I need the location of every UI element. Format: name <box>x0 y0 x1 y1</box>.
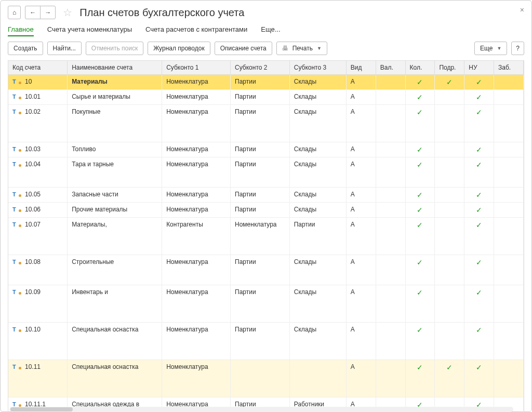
col-header-name[interactable]: Наименование счета <box>68 61 162 75</box>
col-header-val[interactable]: Вал. <box>376 61 405 75</box>
account-type-icon: T <box>12 221 20 228</box>
cell-sub2: Партии <box>231 157 290 188</box>
cell-sub2: Партии <box>231 255 290 285</box>
table-row[interactable]: T10.09Инвентарь иНоменклатураПартииСклад… <box>8 285 524 323</box>
col-header-vid[interactable]: Вид <box>346 61 376 75</box>
col-header-sub2[interactable]: Субконто 2 <box>231 61 290 75</box>
check-icon: ✓ <box>410 108 431 116</box>
table-row[interactable]: T10.04Тара и тарныеНоменклатураПартииСкл… <box>8 157 524 188</box>
cell-vid: А <box>346 157 376 188</box>
check-icon: ✓ <box>410 93 431 101</box>
printer-icon <box>282 44 290 52</box>
check-icon: ✓ <box>410 191 431 199</box>
cell-podr <box>435 188 464 203</box>
account-type-icon: T <box>12 94 20 100</box>
table-row[interactable]: T10.03ТопливоНоменклатураПартииСкладыА✓✓ <box>8 142 524 157</box>
cell-sub2: Партии <box>231 75 290 90</box>
cell-val <box>376 203 405 218</box>
cell-val <box>376 105 405 142</box>
table-row[interactable]: T10МатериалыНоменклатураПартииСкладыА✓✓✓ <box>8 75 524 90</box>
home-button[interactable]: ⌂ <box>8 6 21 19</box>
menu-contractors[interactable]: Счета расчетов с контрагентами <box>145 25 247 36</box>
table-row[interactable]: T10.01Сырье и материалыНоменклатураПарти… <box>8 90 524 105</box>
description-button[interactable]: Описание счета <box>215 42 272 55</box>
table-row[interactable]: T10.08СтроительныеНоменклатураПартииСкла… <box>8 255 524 285</box>
accounts-table-wrap: Код счета Наименование счета Субконто 1 … <box>8 60 524 412</box>
cell-kol: ✓ <box>405 90 435 105</box>
horizontal-scrollbar[interactable] <box>9 407 513 412</box>
account-code: 10.03 <box>25 145 41 153</box>
cell-sub3: Склады <box>289 255 346 285</box>
table-row[interactable]: T10.02ПокупныеНоменклатураПартииСкладыА✓… <box>8 105 524 142</box>
cell-kol: ✓ <box>405 285 435 323</box>
cell-zab <box>494 255 524 285</box>
account-type-icon: T <box>12 206 20 212</box>
cell-zab <box>494 142 524 157</box>
col-header-zab[interactable]: Заб. <box>494 61 524 75</box>
print-button[interactable]: Печать ▼ <box>276 42 327 55</box>
account-type-icon: T <box>12 259 20 265</box>
arrow-left-icon: ← <box>30 8 36 17</box>
check-icon: ✓ <box>410 326 431 334</box>
table-row[interactable]: T10.07Материалы,КонтрагентыНоменклатураП… <box>8 218 524 255</box>
toolbar: Создать Найти... Отменить поиск Журнал п… <box>8 42 524 60</box>
cell-code: T10 <box>8 75 68 90</box>
cell-code: T10.05 <box>8 188 68 203</box>
create-button[interactable]: Создать <box>8 42 43 55</box>
col-header-sub3[interactable]: Субконто 3 <box>289 61 346 75</box>
forward-button[interactable]: → <box>40 6 56 19</box>
chevron-down-icon: ▼ <box>317 44 322 52</box>
find-button[interactable]: Найти... <box>47 42 82 55</box>
cell-kol: ✓ <box>405 188 435 203</box>
col-header-podr[interactable]: Подр. <box>435 61 464 75</box>
cell-vid: А <box>346 360 376 397</box>
menubar: Главное Счета учета номенклатуры Счета р… <box>8 22 524 42</box>
check-icon: ✓ <box>410 363 431 371</box>
cell-podr <box>435 323 464 360</box>
cell-sub1: Номенклатура <box>162 90 231 105</box>
cell-kol: ✓ <box>405 323 435 360</box>
cell-podr <box>435 285 464 323</box>
page-title: План счетов бухгалтерского учета <box>79 7 244 19</box>
cell-podr <box>435 203 464 218</box>
cell-sub1: Номенклатура <box>162 75 231 90</box>
col-header-kol[interactable]: Кол. <box>405 61 435 75</box>
check-icon: ✓ <box>469 78 489 86</box>
cell-podr <box>435 90 464 105</box>
account-code: 10.08 <box>25 258 41 265</box>
cell-name: Тара и тарные <box>68 157 162 188</box>
col-header-sub1[interactable]: Субконто 1 <box>162 61 231 75</box>
table-row[interactable]: T10.11Специальная оснасткаНоменклатураА✓… <box>8 360 524 397</box>
check-icon: ✓ <box>410 206 431 214</box>
check-icon: ✓ <box>469 258 489 267</box>
cell-zab <box>494 105 524 142</box>
cell-val <box>376 255 405 285</box>
favorite-star-icon[interactable]: ☆ <box>63 6 72 19</box>
cell-zab <box>494 203 524 218</box>
back-button[interactable]: ← <box>25 6 41 19</box>
journal-button[interactable]: Журнал проводок <box>148 42 210 55</box>
cell-nu: ✓ <box>464 218 494 255</box>
account-code: 10.10 <box>25 326 41 333</box>
col-header-code[interactable]: Код счета <box>8 61 68 75</box>
menu-more[interactable]: Еще... <box>261 25 280 36</box>
cell-zab <box>494 75 524 90</box>
cell-podr <box>435 255 464 285</box>
help-button[interactable]: ? <box>511 42 524 55</box>
menu-main[interactable]: Главное <box>8 25 34 36</box>
menu-nomenclature[interactable]: Счета учета номенклатуры <box>47 25 132 36</box>
cell-kol: ✓ <box>405 360 435 397</box>
table-row[interactable]: T10.05Запасные частиНоменклатураПартииСк… <box>8 188 524 203</box>
cell-nu: ✓ <box>464 323 494 360</box>
scrollbar-thumb[interactable] <box>10 407 73 411</box>
close-button[interactable]: × <box>520 6 524 14</box>
table-row[interactable]: T10.06Прочие материалыНоменклатураПартии… <box>8 203 524 218</box>
cell-val <box>376 360 405 397</box>
check-icon: ✓ <box>410 78 431 86</box>
cell-code: T10.08 <box>8 255 68 285</box>
check-icon: ✓ <box>410 258 431 267</box>
table-row[interactable]: T10.10Специальная оснасткаНоменклатураПа… <box>8 323 524 360</box>
col-header-nu[interactable]: НУ <box>464 61 494 75</box>
more-right-button[interactable]: Еще ▼ <box>474 42 507 55</box>
cell-sub3: Склады <box>289 90 346 105</box>
